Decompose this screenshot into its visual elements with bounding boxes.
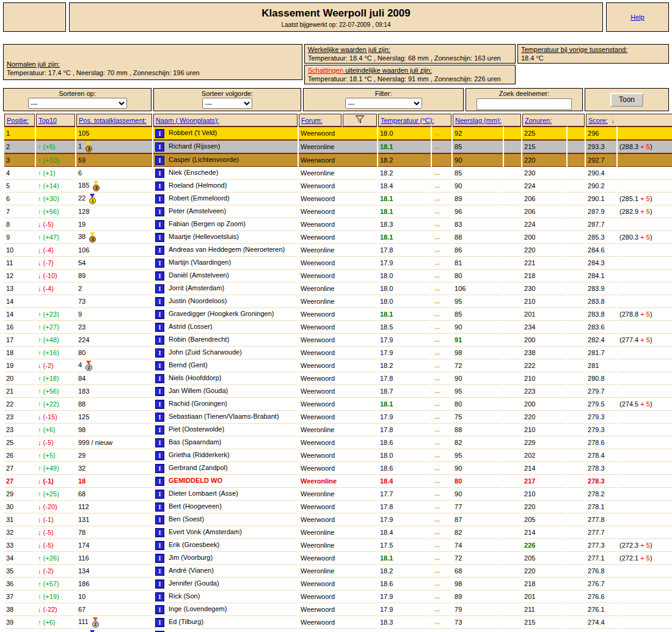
temp-sort-link[interactable]: Temperatuur (°C):: [381, 117, 434, 124]
participant-name: Andreas van Heddegem (Neeroeteren): [169, 246, 285, 253]
zonuren-extra-cell: [568, 475, 585, 488]
neerslag-extra-cell: [504, 282, 521, 295]
profile-icon[interactable]: I: [155, 220, 164, 229]
zonuren-cell: 211: [522, 603, 566, 616]
profile-icon[interactable]: I: [155, 413, 164, 422]
show-button[interactable]: Toon: [610, 93, 643, 107]
naam-sort-link[interactable]: Naam ( Woonplaats):: [156, 117, 219, 124]
profile-icon[interactable]: I: [155, 271, 164, 281]
totaal-sort-link[interactable]: Pos. totaalklassement:: [79, 117, 147, 124]
top10-cell: ↓ (-2): [36, 359, 75, 372]
name-cell: INiels (Hoofddorp): [153, 372, 298, 385]
profile-icon[interactable]: I: [155, 451, 164, 460]
forum-sort-link[interactable]: Forum:: [301, 117, 323, 124]
top10-cell: ↑ (+63): [36, 629, 75, 632]
temperature-cell: 18.2: [378, 153, 431, 167]
funnel-icon[interactable]: [355, 115, 365, 124]
profile-icon[interactable]: I: [155, 297, 164, 306]
neerslag-extra-cell: [504, 578, 521, 590]
forum-cell: Weeronline: [299, 475, 377, 488]
neerslag-cell: 72: [453, 359, 503, 372]
profile-icon[interactable]: I: [155, 605, 164, 614]
profile-icon[interactable]: I: [155, 464, 164, 473]
table-row: 30 ↓ (-20) 112 IBert (Hoogeveen) Weerwoo…: [4, 501, 672, 513]
profile-icon[interactable]: I: [155, 323, 164, 332]
profile-icon[interactable]: I: [155, 528, 164, 537]
profile-icon[interactable]: I: [155, 554, 164, 563]
profile-icon[interactable]: I: [155, 361, 164, 370]
top10-cell: ↓ (-10): [36, 270, 75, 282]
forum-cell: Weerwoord: [299, 449, 377, 462]
profile-icon[interactable]: I: [155, 438, 164, 447]
profile-icon[interactable]: I: [155, 233, 164, 242]
profile-icon[interactable]: I: [155, 182, 164, 191]
profile-icon[interactable]: I: [155, 400, 164, 409]
profile-icon[interactable]: I: [155, 142, 164, 152]
profile-icon[interactable]: I: [155, 425, 164, 435]
zonuren-cell: 200: [522, 334, 566, 347]
order-select[interactable]: ---: [202, 98, 252, 109]
participant-name: Casper (Lichtenvoorde): [169, 156, 239, 163]
name-cell: IEvert Vonk (Amsterdam): [153, 526, 298, 539]
profile-icon[interactable]: I: [155, 348, 164, 358]
profile-icon[interactable]: I: [155, 336, 164, 345]
total-position-cell: 42: [76, 359, 152, 372]
temperature-cell: 18.1: [378, 205, 431, 218]
sort-select[interactable]: ---: [28, 98, 127, 109]
table-row: 7 ↑ (+56) 128 IPeter (Amstelveen) Weerwo…: [4, 205, 672, 218]
col-totaalklassement: Pos. totaalklassement:: [76, 114, 152, 127]
schattingen-link[interactable]: Schattingen: [308, 67, 343, 74]
profile-icon[interactable]: I: [155, 194, 164, 204]
profile-icon[interactable]: I: [155, 207, 164, 216]
profile-icon[interactable]: I: [155, 387, 164, 396]
table-row: 33 ↓ (-5) 174 IErik (Groesbeek) Weeronli…: [4, 539, 672, 552]
position-cell: 23: [4, 424, 35, 436]
trend-change: (-15): [42, 413, 57, 421]
score-breakdown-cell: [618, 603, 672, 616]
profile-icon[interactable]: I: [155, 129, 164, 138]
participant-name: Dieter Lombaert (Asse): [169, 490, 238, 497]
profile-icon[interactable]: I: [155, 541, 164, 550]
profile-icon[interactable]: I: [155, 259, 164, 268]
profile-icon[interactable]: I: [155, 579, 164, 589]
total-position-cell: 131: [76, 513, 152, 526]
profile-icon[interactable]: I: [155, 169, 164, 178]
neerslag-sort-link[interactable]: Neerslag (mm):: [455, 117, 502, 124]
profile-icon[interactable]: I: [155, 592, 164, 601]
filter-select[interactable]: ---: [345, 98, 422, 109]
profile-icon[interactable]: I: [155, 567, 164, 576]
top10-cell: ↑ (+49): [36, 462, 75, 475]
profile-icon[interactable]: I: [155, 284, 164, 293]
profile-icon[interactable]: I: [155, 310, 164, 319]
profile-icon[interactable]: I: [155, 374, 164, 383]
position-cell: 10: [4, 244, 35, 257]
zonuren-cell: 210: [522, 372, 566, 385]
profile-icon[interactable]: I: [155, 246, 164, 255]
position-cell: 9: [4, 231, 35, 244]
profile-icon[interactable]: I: [155, 156, 164, 165]
positie-sort-link[interactable]: Positie:: [7, 117, 29, 124]
total-position-cell: 59: [76, 153, 152, 167]
temp-change-icon: ↔: [432, 565, 451, 578]
top10-cell: ↑ (+19): [36, 590, 75, 603]
zonuren-sort-link[interactable]: Zonuren:: [525, 117, 552, 124]
search-input[interactable]: [477, 98, 572, 110]
forum-cell: Weeronline: [299, 526, 377, 539]
help-link[interactable]: Help: [630, 13, 645, 21]
neerslag-cell: 90: [453, 462, 503, 475]
profile-icon[interactable]: I: [155, 477, 164, 486]
score-breakdown-cell: [618, 424, 672, 436]
neerslag-cell: 89: [453, 193, 503, 205]
profile-icon[interactable]: I: [155, 515, 164, 524]
profile-icon[interactable]: I: [155, 618, 164, 627]
score-cell: 278.1: [586, 501, 616, 513]
top10-sort-link[interactable]: Top10: [38, 117, 57, 124]
temperature-cell: 17.9: [378, 334, 431, 347]
score-sort-link[interactable]: Score:: [588, 117, 608, 124]
profile-icon[interactable]: I: [155, 490, 164, 499]
participant-name: Fabian (Bergen op Zoom): [169, 220, 246, 227]
profile-icon[interactable]: I: [155, 502, 164, 512]
participant-name: GEMIDDELD WO: [169, 477, 222, 484]
temp-change-icon: ↔: [432, 295, 451, 308]
zonuren-extra-cell: [568, 308, 585, 321]
